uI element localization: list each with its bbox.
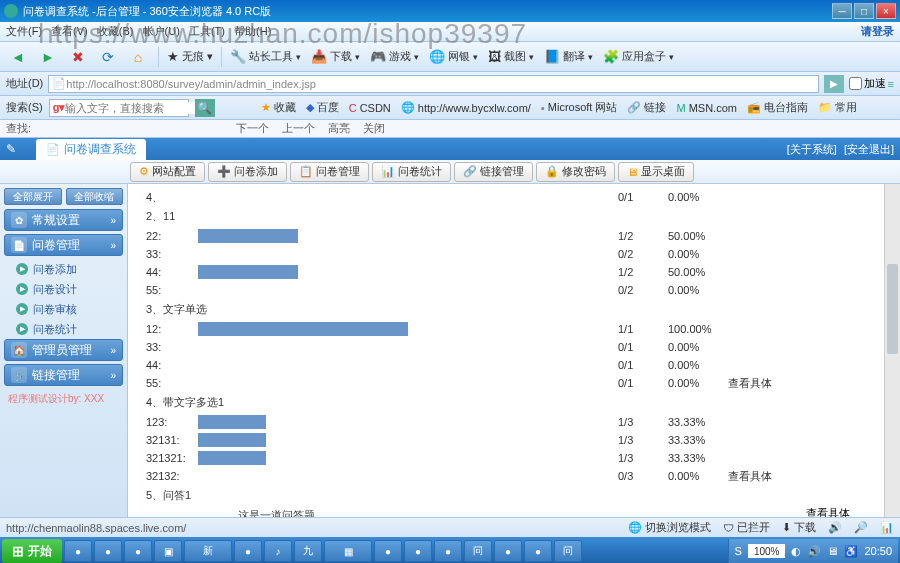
- stat-bar: [198, 433, 266, 447]
- address-input[interactable]: [66, 78, 814, 90]
- taskbar-item[interactable]: ▦: [324, 540, 372, 562]
- menu-account[interactable]: 帐户(U): [143, 25, 180, 37]
- taskbar-item[interactable]: ▣: [154, 540, 182, 562]
- back-button[interactable]: ◄: [6, 45, 30, 69]
- toolbar-item[interactable]: 📘翻译▾: [544, 49, 593, 64]
- action-button[interactable]: 📋问卷管理: [290, 162, 369, 182]
- sidebar-group[interactable]: ✿常规设置»: [4, 209, 123, 231]
- sidebar-group[interactable]: 🔗链接管理»: [4, 364, 123, 386]
- incognito-button[interactable]: ★ 无痕 ▾: [167, 49, 213, 64]
- refresh-button[interactable]: ⟳: [96, 45, 120, 69]
- tray-icon[interactable]: 🔊: [807, 545, 821, 558]
- taskbar-item[interactable]: ●: [64, 540, 92, 562]
- sidebar-group[interactable]: 🏠管理员管理»: [4, 339, 123, 361]
- bookmark-item[interactable]: 📁常用: [818, 100, 857, 115]
- bookmark-item[interactable]: 📻电台指南: [747, 100, 808, 115]
- taskbar-item[interactable]: ●: [404, 540, 432, 562]
- toolbar-item[interactable]: 🖼截图▾: [488, 49, 534, 64]
- menu-fav[interactable]: 收藏(B): [97, 25, 134, 37]
- expand-all-button[interactable]: 全部展开: [4, 188, 62, 205]
- stats-row: 4、 0/1 0.00%: [138, 188, 890, 206]
- sidebar-group[interactable]: 📄问卷管理»: [4, 234, 123, 256]
- page-icon: 📄: [52, 77, 66, 90]
- tray-icon[interactable]: ♿: [844, 545, 858, 558]
- action-button[interactable]: 📊问卷统计: [372, 162, 451, 182]
- taskbar-item[interactable]: ♪: [264, 540, 292, 562]
- search-input[interactable]: [65, 102, 203, 114]
- taskbar-item[interactable]: 九: [294, 540, 322, 562]
- toolbar-item[interactable]: 📥下载▾: [311, 49, 360, 64]
- stat-bar: [198, 415, 266, 429]
- sidebar-item[interactable]: ▶问卷统计: [4, 319, 123, 339]
- bookmark-item[interactable]: 🌐http://www.bycxlw.com/: [401, 101, 531, 114]
- view-detail-link[interactable]: 查看具体: [728, 376, 772, 391]
- menu-file[interactable]: 文件(F): [6, 25, 42, 37]
- find-close[interactable]: 关闭: [363, 122, 385, 134]
- find-prev[interactable]: 上一个: [282, 122, 315, 134]
- action-button[interactable]: 🔗链接管理: [454, 162, 533, 182]
- sidebar-item[interactable]: ▶问卷设计: [4, 279, 123, 299]
- go-button[interactable]: ▶: [824, 75, 844, 93]
- popup-blocked[interactable]: 🛡已拦开: [723, 520, 770, 535]
- toolbar-item[interactable]: 🎮游戏▾: [370, 49, 419, 64]
- stat-count: 0/2: [618, 248, 668, 260]
- zoom-level[interactable]: 100%: [748, 544, 786, 558]
- taskbar-item[interactable]: ●: [524, 540, 552, 562]
- taskbar-item[interactable]: ●: [494, 540, 522, 562]
- tray-icon[interactable]: S: [735, 545, 742, 557]
- bookmark-item[interactable]: 🔗链接: [627, 100, 666, 115]
- view-detail-link[interactable]: 查看具体: [806, 506, 890, 517]
- action-button[interactable]: 🔒修改密码: [536, 162, 615, 182]
- find-highlight[interactable]: 高亮: [328, 122, 350, 134]
- find-next[interactable]: 下一个: [236, 122, 269, 134]
- action-button[interactable]: ➕问卷添加: [208, 162, 287, 182]
- tray-icon[interactable]: 🖥: [827, 545, 838, 557]
- taskbar-item[interactable]: ●: [234, 540, 262, 562]
- logout-link[interactable]: [安全退出]: [844, 143, 894, 155]
- toolbar-item[interactable]: 🔧站长工具▾: [230, 49, 301, 64]
- maximize-button[interactable]: □: [854, 3, 874, 19]
- taskbar-item[interactable]: 问: [554, 540, 582, 562]
- speed-checkbox[interactable]: 加速≡: [849, 76, 894, 91]
- taskbar-item[interactable]: ●: [374, 540, 402, 562]
- search-input-wrap[interactable]: g▾: [49, 99, 189, 117]
- taskbar-item[interactable]: ●: [434, 540, 462, 562]
- sidebar-item[interactable]: ▶问卷审核: [4, 299, 123, 319]
- address-input-wrap[interactable]: 📄: [48, 75, 818, 93]
- bookmark-item[interactable]: MMSN.com: [676, 102, 736, 114]
- collapse-all-button[interactable]: 全部收缩: [66, 188, 124, 205]
- vertical-scrollbar[interactable]: [884, 184, 900, 517]
- toolbar-item[interactable]: 🌐网银▾: [429, 49, 478, 64]
- browse-mode[interactable]: 🌐切换浏览模式: [628, 520, 711, 535]
- taskbar-item[interactable]: ●: [94, 540, 122, 562]
- close-button[interactable]: ×: [876, 3, 896, 19]
- taskbar-item[interactable]: 新: [184, 540, 232, 562]
- menu-help[interactable]: 帮助(H): [234, 25, 271, 37]
- view-detail-link[interactable]: 查看具体: [728, 469, 772, 484]
- login-link[interactable]: 请登录: [861, 24, 894, 39]
- bookmark-item[interactable]: ◆百度: [306, 100, 339, 115]
- about-link[interactable]: [关于系统]: [787, 143, 837, 155]
- taskbar-item[interactable]: ●: [124, 540, 152, 562]
- sidebar-item[interactable]: ▶问卷添加: [4, 259, 123, 279]
- bookmark-item[interactable]: ★收藏: [261, 100, 296, 115]
- start-button[interactable]: ⊞ 开始: [2, 539, 62, 563]
- home-button[interactable]: ⌂: [126, 45, 150, 69]
- download-status[interactable]: ⬇下载: [782, 520, 816, 535]
- forward-button[interactable]: ►: [36, 45, 60, 69]
- bookmark-item[interactable]: ▪Microsoft 网站: [541, 100, 618, 115]
- action-button[interactable]: ⚙网站配置: [130, 162, 205, 182]
- bookmark-item[interactable]: CCSDN: [349, 102, 391, 114]
- menu-tools[interactable]: 工具(T): [189, 25, 225, 37]
- stop-button[interactable]: ✖: [66, 45, 90, 69]
- action-button[interactable]: 🖥显示桌面: [618, 162, 694, 182]
- app-tab[interactable]: 📄 问卷调查系统: [36, 139, 146, 160]
- tray-icon[interactable]: ◐: [791, 545, 801, 558]
- menu-view[interactable]: 查看(V): [51, 25, 88, 37]
- scrollbar-thumb[interactable]: [887, 264, 898, 354]
- minimize-button[interactable]: ─: [832, 3, 852, 19]
- search-button[interactable]: 🔍: [195, 99, 215, 117]
- stats-row: 33: 0/1 0.00%: [138, 338, 890, 356]
- taskbar-item[interactable]: 问: [464, 540, 492, 562]
- toolbar-item[interactable]: 🧩应用盒子▾: [603, 49, 674, 64]
